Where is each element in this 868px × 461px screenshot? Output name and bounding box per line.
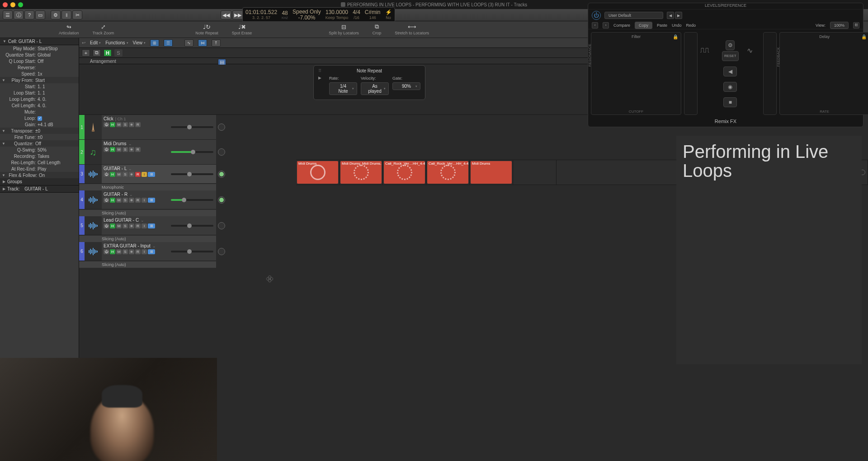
plugin-power-button[interactable]: ⏻ <box>592 11 601 20</box>
link-button[interactable]: ⛓ <box>853 22 859 29</box>
track-number[interactable]: 1 <box>79 115 85 139</box>
power-button[interactable]: ⏻ <box>104 223 109 228</box>
reset-button[interactable]: RESET <box>722 51 739 61</box>
pan-knob[interactable] <box>218 171 225 178</box>
note-repeat-rate[interactable]: 1/4 Note <box>329 82 357 95</box>
loop-checkbox[interactable]: ✓ <box>38 116 42 121</box>
prop-play-from[interactable]: ▼Play From:Start <box>0 77 79 83</box>
input-monitor-button[interactable]: I <box>142 172 147 177</box>
record-arm-button[interactable]: R <box>135 223 141 228</box>
flex-mode-row[interactable]: Slicing (Auto) <box>79 261 216 268</box>
track-5[interactable]: 5Lead GUITAR - C ⌄⏻HMS❄RI⊠ <box>79 216 216 235</box>
prop-q-swing[interactable]: Q-Swing:50% <box>0 147 79 153</box>
hide-button[interactable]: H <box>110 122 115 127</box>
record-arm-button[interactable]: R <box>135 172 141 177</box>
mute-button[interactable]: M <box>116 198 122 203</box>
solo-button[interactable]: S <box>123 249 128 254</box>
global-hide-button[interactable]: H <box>104 49 112 57</box>
compare-button[interactable]: Compare <box>613 23 630 28</box>
delay-xy-pad[interactable]: Delay 🔒 FEEDBACK RATE <box>779 32 868 115</box>
preset-selector[interactable]: User Default <box>604 12 663 19</box>
lcd-display[interactable]: 01:01:01.5223. 2. 2. 57 48KHZ Speed Only… <box>242 7 395 23</box>
hide-button[interactable]: H <box>110 172 115 177</box>
track-zoom-button[interactable]: ⤢Track Zoom <box>93 24 114 35</box>
functions-menu[interactable]: Functions <box>105 40 128 45</box>
catch-button[interactable]: ⤒ <box>212 39 221 47</box>
freeze-button[interactable]: ❄ <box>129 223 134 228</box>
power-button[interactable]: ⏻ <box>104 147 109 152</box>
paste-button[interactable]: Paste <box>657 23 667 28</box>
live-loop-cell[interactable]: Cali_Rock_Ver…HH_4-4_96 <box>426 160 470 185</box>
fader-2[interactable] <box>763 32 777 115</box>
volume-slider[interactable] <box>171 126 213 128</box>
zoom-window[interactable] <box>18 2 23 7</box>
mute-button[interactable]: M <box>116 249 122 254</box>
duplicate-track-button[interactable]: ⧉ <box>93 49 101 57</box>
prop-loop[interactable]: Loop:✓ <box>0 115 79 121</box>
track-number[interactable]: 2 <box>79 140 85 164</box>
track-icon[interactable] <box>85 242 102 261</box>
note-repeat-velocity[interactable]: As played <box>361 82 389 95</box>
settings-icon[interactable]: ⚙ <box>726 40 735 50</box>
stretch-button[interactable]: ⟷Stretch to Locators <box>395 24 429 35</box>
track-2[interactable]: 2♫Midi Drums ⌄⏻HMS❄R <box>79 140 216 165</box>
input-monitor-button[interactable]: I <box>142 249 147 254</box>
mute-button[interactable]: M <box>116 172 122 177</box>
live-loop-cell[interactable]: Cali_Rock_Ver…HH_4-4_96 <box>383 160 426 185</box>
prop-play-mode[interactable]: Play Mode:Start/Stop <box>0 45 79 52</box>
track-name[interactable]: Click | Ch 1 <box>104 116 214 121</box>
prop-quantize-start[interactable]: Quantize Start:Global <box>0 52 79 58</box>
plugin-forward[interactable]: › <box>603 22 609 29</box>
copy-button[interactable]: Copy <box>635 22 652 29</box>
track-number[interactable]: 6 <box>79 242 85 261</box>
prop-transpose[interactable]: ▼Transpose:±0 <box>0 128 79 134</box>
freeze-button[interactable]: ❄ <box>129 198 134 203</box>
volume-slider[interactable] <box>171 199 213 201</box>
inspector-button[interactable]: ⓘ <box>14 10 24 19</box>
quick-help-button[interactable]: ? <box>24 10 34 19</box>
track-name[interactable]: Midi Drums ⌄ <box>104 141 214 146</box>
track-number[interactable]: 5 <box>79 216 85 235</box>
prop-speed[interactable]: Speed:1x <box>0 71 79 77</box>
freeze-button[interactable]: ❄ <box>129 249 134 254</box>
flex-mode-row[interactable]: Slicing (Auto) <box>79 209 216 216</box>
note-repeat-gate[interactable]: 90% <box>392 82 420 90</box>
remix-fx-window[interactable]: LEVELS/REFERENCE ⏻ User Default ◀ ▶ ‹ › … <box>588 3 863 127</box>
automation-button[interactable]: ∿ <box>184 39 193 47</box>
pan-knob[interactable] <box>218 196 225 204</box>
pan-knob[interactable] <box>218 148 225 156</box>
editors-button[interactable]: ✂ <box>72 10 82 19</box>
track-1[interactable]: 1Click | Ch 1⏻HMS❄R <box>79 115 216 140</box>
gater-icon[interactable]: ⎍⎍ <box>700 46 714 55</box>
split-locators-button[interactable]: ⊟Split by Locators <box>329 24 359 35</box>
volume-slider[interactable] <box>171 151 213 153</box>
live-loop-cell[interactable]: Midi Drums <box>296 160 340 185</box>
note-repeat-popup[interactable]: ⠿ ▶ Note Repeat Rate:1/4 Note Velocity:A… <box>313 65 425 100</box>
prop-cell-length[interactable]: Cell Length:4. 0. <box>0 102 79 109</box>
spot-erase-button[interactable]: ♩✖Spot Erase <box>232 24 252 35</box>
mute-button[interactable]: M <box>116 147 122 152</box>
mixer-button[interactable]: ⫴ <box>61 10 71 19</box>
smart-controls-button[interactable]: ⚙ <box>51 10 61 19</box>
redo-button[interactable]: Redo <box>686 23 696 28</box>
note-repeat-button[interactable]: ♩↻Note Repeat <box>195 24 218 35</box>
lock-icon[interactable]: 🔒 <box>861 34 867 39</box>
prop-gain[interactable]: Gain:+4.1 dB <box>0 121 79 128</box>
pan-knob[interactable] <box>218 222 225 229</box>
tracks-view[interactable]: ☰ <box>164 39 173 47</box>
live-loop-cell[interactable]: Midi Drums: Midi Drums.2 <box>340 160 383 185</box>
live-loops-view[interactable]: ⊞ <box>150 39 159 47</box>
track-icon[interactable] <box>85 165 102 183</box>
wobble-icon[interactable]: ∿ <box>747 46 760 55</box>
volume-slider[interactable] <box>171 251 213 252</box>
cell-inspector-header[interactable]: ▼Cell: GUITAR - L <box>0 38 79 45</box>
close-window[interactable] <box>3 2 8 7</box>
prop-flex[interactable]: ▼Flex & Follow:On <box>0 172 79 178</box>
track-name[interactable]: Lead GUITAR - C ⌄ <box>104 218 214 223</box>
pan-knob[interactable] <box>218 248 225 255</box>
prop-q-loop-start[interactable]: Q Loop Start:Off <box>0 58 79 64</box>
lock-icon[interactable]: 🔒 <box>673 34 678 39</box>
tape-stop-button[interactable]: ■ <box>723 97 737 107</box>
power-button[interactable]: ⏻ <box>104 249 109 254</box>
record-arm-button[interactable]: R <box>135 198 141 203</box>
